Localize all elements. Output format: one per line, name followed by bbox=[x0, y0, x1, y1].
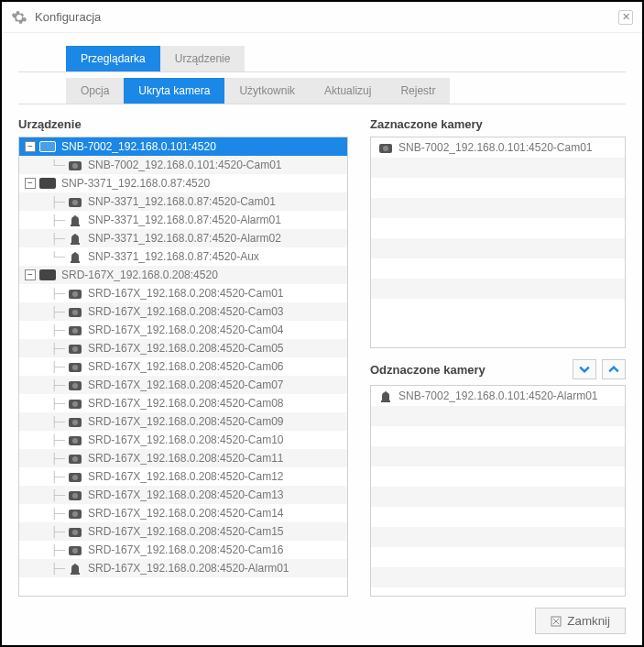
tree-child-row[interactable]: ├─SRD-167X_192.168.0.208:4520-Cam08 bbox=[19, 394, 347, 412]
move-buttons bbox=[573, 359, 626, 379]
tab-top-0[interactable]: Przeglądarka bbox=[66, 46, 160, 71]
tree-branch-icon: ├─ bbox=[47, 196, 65, 207]
tree-branch-icon: └─ bbox=[47, 159, 65, 170]
alarm-icon bbox=[378, 389, 393, 402]
tree-child-row[interactable]: ├─SRD-167X_192.168.0.208:4520-Cam12 bbox=[19, 467, 347, 486]
camera-icon bbox=[68, 159, 82, 171]
close-icon[interactable]: ✕ bbox=[618, 10, 633, 25]
camera-icon bbox=[68, 543, 82, 556]
device-tree[interactable]: −SNB-7002_192.168.0.101:4520└─SNB-7002_1… bbox=[18, 137, 348, 597]
list-item bbox=[371, 567, 625, 587]
checked-list[interactable]: SNB-7002_192.168.0.101:4520-Cam01 bbox=[370, 137, 626, 348]
device-column: Urządzenie −SNB-7002_192.168.0.101:4520└… bbox=[18, 117, 348, 597]
tree-child-row[interactable]: ├─SRD-167X_192.168.0.208:4520-Cam05 bbox=[19, 339, 347, 357]
close-button[interactable]: Zamknij bbox=[535, 608, 626, 634]
list-item bbox=[371, 406, 625, 426]
svg-point-1 bbox=[72, 200, 78, 205]
collapse-icon[interactable]: − bbox=[25, 141, 36, 152]
unchecked-list[interactable]: SNB-7002_192.168.0.101:4520-Alarm01 bbox=[370, 385, 626, 597]
tree-label: SRD-167X_192.168.0.208:4520-Cam14 bbox=[88, 507, 283, 520]
tree-label: SRD-167X_192.168.0.208:4520-Cam03 bbox=[88, 305, 283, 318]
list-item bbox=[371, 258, 625, 279]
gear-icon bbox=[11, 9, 27, 26]
camera-icon bbox=[68, 360, 82, 373]
tree-branch-icon: ├─ bbox=[47, 343, 65, 354]
close-button-label: Zamknij bbox=[567, 614, 610, 628]
tree-child-row[interactable]: ├─SRD-167X_192.168.0.208:4520-Cam15 bbox=[19, 522, 347, 541]
svg-point-20 bbox=[74, 564, 76, 565]
tree-child-row[interactable]: ├─SRD-167X_192.168.0.208:4520-Cam16 bbox=[19, 541, 347, 559]
window-title: Konfiguracja bbox=[35, 10, 101, 24]
tree-child-row[interactable]: ├─SRD-167X_192.168.0.208:4520-Cam03 bbox=[19, 302, 347, 321]
list-item bbox=[371, 527, 625, 547]
svg-point-9 bbox=[72, 365, 78, 370]
unchecked-header: Odznaczone kamery bbox=[370, 359, 626, 379]
camera-icon bbox=[68, 488, 82, 501]
move-up-button[interactable] bbox=[602, 359, 626, 379]
tab-sub-2[interactable]: Użytkownik bbox=[224, 78, 310, 104]
tab-sub-3[interactable]: Aktualizuj bbox=[310, 78, 386, 104]
tree-branch-icon: ├─ bbox=[47, 398, 65, 409]
tree-child-row[interactable]: ├─SRD-167X_192.168.0.208:4520-Cam13 bbox=[19, 486, 347, 504]
tree-child-row[interactable]: ├─SNP-3371_192.168.0.87:4520-Alarm01 bbox=[19, 211, 347, 229]
tree-label: SRD-167X_192.168.0.208:4520-Cam01 bbox=[88, 287, 283, 300]
camera-icon bbox=[68, 415, 82, 428]
tree-device-row[interactable]: −SNB-7002_192.168.0.101:4520 bbox=[19, 137, 347, 156]
collapse-icon[interactable]: − bbox=[25, 269, 36, 280]
list-item bbox=[371, 198, 625, 218]
svg-point-3 bbox=[74, 234, 76, 236]
tree-label: SRD-167X_192.168.0.208:4520-Cam04 bbox=[88, 324, 283, 336]
camera-icon bbox=[68, 305, 82, 318]
tree-label: SRD-167X_192.168.0.208:4520-Cam08 bbox=[88, 397, 283, 410]
camera-icon bbox=[68, 452, 82, 465]
list-item[interactable]: SNB-7002_192.168.0.101:4520-Alarm01 bbox=[371, 386, 625, 406]
tree-child-row[interactable]: ├─SRD-167X_192.168.0.208:4520-Cam06 bbox=[19, 357, 347, 376]
tab-sub-1[interactable]: Ukryta kamera bbox=[124, 78, 224, 104]
tree-branch-icon: ├─ bbox=[47, 508, 65, 519]
svg-point-22 bbox=[385, 391, 387, 393]
collapse-icon[interactable]: − bbox=[25, 178, 36, 189]
tree-child-row[interactable]: ├─SRD-167X_192.168.0.208:4520-Cam10 bbox=[19, 431, 347, 449]
tree-child-row[interactable]: ├─SNP-3371_192.168.0.87:4520-Alarm02 bbox=[19, 229, 347, 247]
svg-point-18 bbox=[72, 530, 78, 535]
tree-child-row[interactable]: ├─SRD-167X_192.168.0.208:4520-Cam14 bbox=[19, 504, 347, 522]
tree-child-row[interactable]: ├─SRD-167X_192.168.0.208:4520-Cam11 bbox=[19, 449, 347, 467]
tree-label: SRD-167X_192.168.0.208:4520-Cam10 bbox=[88, 433, 283, 446]
checked-section-title: Zaznaczone kamery bbox=[370, 117, 626, 131]
tree-branch-icon: ├─ bbox=[47, 416, 65, 427]
camera-icon bbox=[68, 525, 82, 538]
tab-sub-0[interactable]: Opcja bbox=[66, 78, 124, 104]
tree-child-row[interactable]: └─SNP-3371_192.168.0.87:4520-Aux bbox=[19, 247, 347, 266]
tree-branch-icon: ├─ bbox=[47, 471, 65, 482]
svg-point-2 bbox=[74, 215, 76, 217]
tree-child-row[interactable]: ├─SNP-3371_192.168.0.87:4520-Cam01 bbox=[19, 192, 347, 211]
tree-child-row[interactable]: ├─SRD-167X_192.168.0.208:4520-Alarm01 bbox=[19, 559, 347, 577]
svg-point-12 bbox=[72, 420, 78, 425]
tree-child-row[interactable]: └─SNB-7002_192.168.0.101:4520-Cam01 bbox=[19, 156, 347, 174]
list-item bbox=[371, 178, 625, 198]
svg-point-10 bbox=[72, 383, 78, 389]
tabs-top: PrzeglądarkaUrządzenie bbox=[2, 33, 642, 71]
content-area: Urządzenie −SNB-7002_192.168.0.101:4520└… bbox=[2, 104, 642, 597]
tab-sub-4[interactable]: Rejestr bbox=[386, 78, 450, 104]
close-button-icon bbox=[551, 616, 562, 627]
tree-child-row[interactable]: ├─SRD-167X_192.168.0.208:4520-Cam07 bbox=[19, 376, 347, 394]
tab-top-1[interactable]: Urządzenie bbox=[160, 46, 246, 71]
tree-label: SNP-3371_192.168.0.87:4520-Alarm01 bbox=[88, 214, 281, 226]
camera-icon bbox=[68, 342, 82, 355]
alarm-icon bbox=[68, 562, 82, 575]
tree-device-row[interactable]: −SNP-3371_192.168.0.87:4520 bbox=[19, 174, 347, 192]
tree-label: SRD-167X_192.168.0.208:4520-Cam05 bbox=[88, 342, 283, 355]
tree-child-row[interactable]: ├─SRD-167X_192.168.0.208:4520-Cam04 bbox=[19, 321, 347, 339]
camera-column: Zaznaczone kamery SNB-7002_192.168.0.101… bbox=[370, 117, 626, 597]
svg-point-21 bbox=[383, 146, 388, 151]
tree-child-row[interactable]: ├─SRD-167X_192.168.0.208:4520-Cam09 bbox=[19, 412, 347, 431]
tree-label: SNP-3371_192.168.0.87:4520-Aux bbox=[88, 250, 259, 263]
tree-branch-icon: ├─ bbox=[47, 434, 65, 445]
tree-child-row[interactable]: ├─SRD-167X_192.168.0.208:4520-Cam01 bbox=[19, 284, 347, 302]
alarm-icon bbox=[68, 232, 82, 245]
list-item[interactable]: SNB-7002_192.168.0.101:4520-Cam01 bbox=[371, 137, 625, 158]
move-down-button[interactable] bbox=[573, 359, 596, 379]
camera-icon bbox=[378, 141, 393, 154]
tree-device-row[interactable]: −SRD-167X_192.168.0.208:4520 bbox=[19, 266, 347, 284]
